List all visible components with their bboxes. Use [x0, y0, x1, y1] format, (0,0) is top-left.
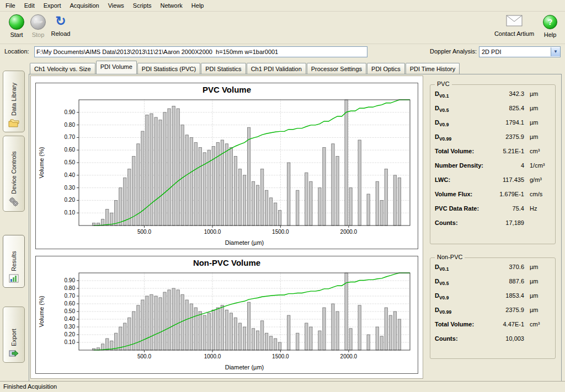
reload-button[interactable]: ↻ Reload	[47, 13, 74, 37]
menu-item-acquisition[interactable]: Acquisition	[66, 1, 104, 10]
tab-processor-settings[interactable]: Processor Settings	[307, 63, 366, 74]
svg-text:0.40: 0.40	[65, 316, 76, 322]
sidebar-item-export[interactable]: Export	[3, 307, 25, 363]
pvc-stat-unit: µm	[530, 105, 551, 111]
svg-text:0.90: 0.90	[65, 109, 76, 115]
doppler-analysis-value: 2D PDI	[479, 49, 551, 55]
tab-ch1-pdi-validation[interactable]: Ch1 PDI Validation	[247, 63, 306, 74]
pvc-stat-unit: cm³	[530, 148, 551, 154]
pvc-stat-label: DV0.99	[435, 133, 497, 142]
pvc-stat-row: DV0.5825.4µm	[430, 105, 555, 119]
tab-pdi-optics[interactable]: PDI Optics	[367, 63, 405, 74]
menu-item-export[interactable]: Export	[39, 1, 66, 10]
nonpvc-stat-unit: cm³	[530, 321, 551, 327]
nonpvc-groupbox: Non-PVC DV0.1370.6µmDV0.5887.6µmDV0.9185…	[430, 257, 556, 359]
svg-text:1000.0: 1000.0	[204, 229, 221, 235]
pvc-stat-label: DV0.5	[435, 105, 497, 113]
svg-text:0.30: 0.30	[65, 324, 76, 330]
menu-item-edit[interactable]: Edit	[20, 1, 39, 10]
svg-text:2000.0: 2000.0	[340, 229, 358, 235]
start-icon	[9, 14, 24, 30]
nonpvc-stat-row: DV0.1370.6µm	[430, 264, 555, 278]
pvc-stat-unit: 1/cm³	[530, 162, 551, 169]
pvc-volume-chart: 0.100.200.300.400.500.600.700.800.90500.…	[36, 96, 417, 248]
pvc-stat-value: 117.435	[497, 176, 530, 183]
pvc-stat-row: DV0.1342.3µm	[430, 90, 555, 105]
pvc-stat-value: 5.21E-1	[497, 148, 530, 154]
pvc-stat-value: 825.4	[497, 105, 530, 111]
sidebar-item-label: Results	[10, 239, 17, 271]
nonpvc-stat-row: DV0.5887.6µm	[430, 278, 555, 292]
pvc-stat-row: DV0.992375.9µm	[430, 133, 555, 148]
nonpvc-stat-label: DV0.5	[435, 278, 497, 286]
svg-text:Diameter (µm): Diameter (µm)	[225, 364, 264, 370]
aims-application-window: FileEditExportAcquisitionViewsScriptsNet…	[0, 0, 565, 392]
menu-item-scripts[interactable]: Scripts	[129, 1, 156, 10]
doppler-analysis-label: Doppler Analysis:	[430, 48, 477, 55]
svg-text:0.50: 0.50	[65, 308, 76, 314]
menu-item-network[interactable]: Network	[156, 1, 186, 10]
nonpvc-chart-title: Non-PVC Volume	[36, 256, 418, 270]
menu-item-file[interactable]: File	[1, 1, 20, 10]
svg-text:0.40: 0.40	[65, 172, 76, 178]
nonpvc-volume-chart: 0.100.200.300.400.500.600.700.800.90500.…	[36, 270, 417, 372]
sidebar: Data Library Device Controls Results	[0, 61, 29, 381]
pvc-stat-label: LWC:	[435, 176, 497, 183]
tab-strip: Ch1 Velocity vs. SizePDI VolumePDI Stati…	[30, 62, 460, 74]
menu-item-help[interactable]: Help	[187, 1, 209, 10]
nonpvc-stat-value: 1853.4	[497, 292, 530, 299]
sidebar-item-device-controls[interactable]: Device Controls	[3, 136, 25, 212]
nonpvc-stat-unit: µm	[530, 307, 551, 313]
start-button-label: Start	[4, 31, 29, 38]
tab-pdi-volume[interactable]: PDI Volume	[96, 61, 137, 74]
pvc-stat-label: PVC Data Rate:	[435, 205, 497, 212]
sidebar-item-data-library[interactable]: Data Library	[3, 71, 25, 132]
svg-text:Volume (%): Volume (%)	[38, 296, 45, 327]
contact-artium-label: Contact Artium	[492, 30, 536, 37]
nonpvc-stat-label: DV0.99	[435, 307, 497, 315]
svg-text:0.90: 0.90	[65, 277, 76, 283]
tab-pdi-statistics[interactable]: PDI Statistics	[201, 63, 246, 74]
pvc-stat-value: 17,189	[497, 219, 530, 226]
menu-item-views[interactable]: Views	[104, 1, 129, 10]
envelope-icon	[492, 13, 536, 30]
pvc-stat-unit: Hz	[530, 205, 551, 212]
svg-text:0.10: 0.10	[65, 339, 76, 345]
export-arrow-icon	[9, 349, 19, 359]
pvc-stat-row: Counts:17,189	[430, 219, 555, 234]
svg-text:0.50: 0.50	[65, 159, 76, 165]
nonpvc-chart-box: Non-PVC Volume 0.100.200.300.400.500.600…	[35, 256, 418, 374]
contact-artium-button[interactable]: Contact Artium	[492, 13, 536, 37]
location-input[interactable]	[34, 46, 367, 57]
svg-text:0.80: 0.80	[65, 285, 76, 291]
doppler-analysis-select[interactable]: 2D PDI ▼	[479, 46, 561, 57]
pvc-stat-unit: µm	[530, 90, 551, 97]
reload-button-label: Reload	[47, 30, 74, 37]
stop-button[interactable]: STOP Stop	[28, 13, 49, 38]
nonpvc-stat-value: 4.47E-1	[497, 321, 530, 327]
tab-pdi-statistics-pvc-[interactable]: PDI Statistics (PVC)	[137, 63, 200, 74]
svg-text:0.30: 0.30	[65, 185, 76, 191]
svg-text:0.70: 0.70	[65, 293, 76, 299]
svg-text:500.0: 500.0	[137, 229, 151, 235]
nonpvc-stat-row: DV0.992375.9µm	[430, 307, 555, 321]
help-button[interactable]: ? Help	[540, 13, 561, 38]
pvc-stat-row: PVC Data Rate:75.4Hz	[430, 205, 555, 219]
chevron-down-icon[interactable]: ▼	[551, 47, 560, 56]
svg-text:1500.0: 1500.0	[272, 229, 289, 235]
pvc-stat-label: Volume Flux:	[435, 191, 497, 197]
pvc-chart-title: PVC Volume	[36, 83, 418, 96]
nonpvc-stat-unit: µm	[530, 292, 551, 299]
svg-text:0.10: 0.10	[65, 210, 76, 216]
status-bar: Finished Acquisition	[0, 381, 565, 392]
pvc-stat-unit: cm/s	[530, 191, 551, 197]
start-button[interactable]: Start	[4, 13, 29, 38]
tab-pdi-time-history[interactable]: PDI Time History	[406, 63, 460, 74]
svg-text:0.20: 0.20	[65, 197, 76, 203]
sidebar-item-results[interactable]: Results	[3, 235, 25, 288]
tab-ch1-velocity-vs-size[interactable]: Ch1 Velocity vs. Size	[30, 63, 95, 74]
pvc-stat-label: Counts:	[435, 219, 497, 226]
sidebar-item-label: Device Controls	[10, 139, 17, 194]
help-button-label: Help	[540, 31, 561, 38]
toolbar: Start STOP Stop ↻ Reload Contact Artium …	[0, 12, 565, 44]
